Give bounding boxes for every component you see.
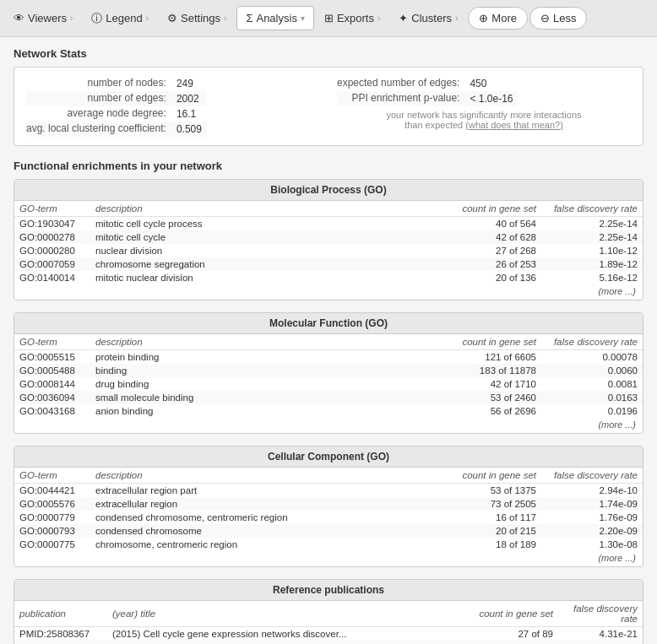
cc-col-term: GO-term	[14, 468, 90, 484]
gear-icon: ⚙	[167, 12, 177, 24]
table-row: GO:0007059 chromosome segregation 26 of …	[14, 257, 643, 271]
bp-term-3: GO:0007059	[14, 257, 90, 271]
nav-analysis[interactable]: Σ Analysis ▾	[236, 6, 313, 30]
stat-degree: average node degree: 16.1	[26, 106, 207, 122]
mf-more-link[interactable]: (more ...)	[14, 418, 643, 433]
exports-arrow: ›	[377, 14, 380, 23]
reference-publications-table: Reference publications publication (year…	[14, 579, 643, 644]
bp-fdr-0: 2.25e-14	[541, 217, 643, 231]
bp-desc-1: mitotic cell cycle	[90, 230, 448, 244]
table-row: GO:0000280 nuclear division 27 of 268 1.…	[14, 244, 643, 257]
cc-fdr-3: 2.20e-09	[541, 524, 643, 538]
mf-count-0: 121 of 6605	[448, 350, 541, 365]
cc-term-3: GO:0000793	[14, 524, 90, 538]
bp-fdr-3: 1.89e-12	[541, 257, 643, 271]
bp-header-row: GO-term description count in gene set fa…	[14, 201, 643, 217]
bp-term-4: GO:0140014	[14, 271, 90, 284]
pub-col-fdr: false discovery rate	[558, 601, 643, 627]
mf-header-row: GO-term description count in gene set fa…	[14, 334, 643, 350]
cc-more-link[interactable]: (more ...)	[14, 551, 643, 566]
bp-count-0: 40 of 564	[448, 217, 541, 231]
nav-exports[interactable]: ⊞ Exports ›	[316, 7, 388, 30]
minus-circle-icon: ⊖	[540, 12, 550, 24]
stats-note-link[interactable]: (what does that mean?)	[465, 120, 563, 130]
stats-note: your network has significantly more inte…	[337, 110, 631, 130]
bp-count-1: 42 of 628	[448, 230, 541, 244]
pub-title-0: (2015) Cell cycle gene expression networ…	[107, 627, 474, 641]
mf-term-4: GO:0043168	[14, 404, 90, 418]
cc-count-0: 53 of 1375	[448, 484, 541, 498]
table-row: GO:0000793 condensed chromosome 20 of 21…	[14, 524, 643, 538]
mf-fdr-0: 0.00078	[541, 350, 643, 365]
eye-icon: 👁	[14, 12, 24, 24]
enrichments-section-title: Functional enrichments in your network	[14, 160, 643, 172]
mf-fdr-1: 0.0060	[541, 364, 643, 377]
stat-edges: number of edges: 2002	[26, 91, 207, 106]
cc-count-1: 73 of 2505	[448, 497, 541, 511]
table-row: PMID:26292924 (2015) Large-scale RNA-Seq…	[14, 641, 643, 644]
molecular-function-header: Molecular Function (GO)	[14, 313, 643, 334]
stat-clustering: avg. local clustering coefficient: 0.509	[26, 122, 207, 137]
stats-left: number of nodes: 249 number of edges: 20…	[26, 76, 320, 137]
pub-col-pub: publication	[14, 601, 107, 627]
mf-desc-3: small molecule binding	[90, 391, 448, 404]
pub-col-title: (year) title	[107, 601, 474, 627]
pub-count-0: 27 of 89	[474, 627, 558, 641]
table-row: GO:0036094 small molecule binding 53 of …	[14, 391, 643, 404]
stat-ppi-value: < 1.0e-16	[464, 91, 518, 106]
stat-edges-label: number of edges:	[26, 91, 171, 106]
settings-arrow: ›	[224, 14, 226, 23]
nav-less[interactable]: ⊖ Less	[529, 7, 587, 30]
mf-fdr-2: 0.0081	[541, 377, 643, 391]
cc-desc-1: extracellular region	[90, 497, 448, 511]
mf-col-count: count in gene set	[448, 334, 541, 350]
cellular-component-header: Cellular Component (GO)	[14, 446, 643, 468]
mf-desc-2: drug binding	[90, 377, 448, 391]
molecular-function-table: Molecular Function (GO) GO-term descript…	[14, 312, 643, 434]
top-nav: 👁 Viewers › ⓘ Legend › ⚙ Settings › Σ An…	[0, 0, 657, 37]
bp-more-link[interactable]: (more ...)	[14, 284, 643, 300]
nav-exports-label: Exports	[337, 12, 374, 24]
pub-count-1: 24 of 66	[474, 641, 558, 644]
viewers-arrow: ›	[70, 14, 73, 23]
reference-publications-header: Reference publications	[14, 580, 643, 601]
stats-note-text: your network has significantly more inte…	[386, 110, 581, 130]
cc-desc-4: chromosome, centromeric region	[90, 538, 448, 551]
nav-settings[interactable]: ⚙ Settings ›	[159, 7, 235, 30]
bp-desc-4: mitotic nuclear division	[90, 271, 448, 284]
bp-count-4: 20 of 136	[448, 271, 541, 284]
bp-fdr-2: 1.10e-12	[541, 244, 643, 257]
mf-count-1: 183 of 11878	[448, 364, 541, 377]
nav-more[interactable]: ⊕ More	[468, 7, 528, 30]
cc-term-1: GO:0005576	[14, 497, 90, 511]
nav-legend[interactable]: ⓘ Legend ›	[83, 6, 157, 31]
mf-col-desc: description	[90, 334, 448, 350]
stat-nodes: number of nodes: 249	[26, 76, 207, 91]
pub-col-count: count in gene set	[474, 601, 558, 627]
cc-term-2: GO:0000779	[14, 511, 90, 524]
cc-desc-2: condensed chromosome, centromeric region	[90, 511, 448, 524]
main-content: Network Stats number of nodes: 249 numbe…	[0, 37, 657, 644]
nav-more-label: More	[491, 12, 517, 24]
pub-title-1: (2015) Large-scale RNA-Seq Transcriptome…	[107, 641, 474, 644]
cellular-component-table: Cellular Component (GO) GO-term descript…	[14, 446, 643, 567]
pub-fdr-1: 4.42e-20	[558, 641, 643, 644]
table-row: GO:0043168 anion binding 56 of 2696 0.01…	[14, 404, 643, 418]
info-icon: ⓘ	[91, 11, 102, 26]
bp-count-3: 26 of 253	[448, 257, 541, 271]
bp-term-2: GO:0000280	[14, 244, 90, 257]
nav-clusters[interactable]: ✦ Clusters ›	[390, 7, 466, 30]
biological-process-table: Biological Process (GO) GO-term descript…	[14, 179, 643, 300]
network-stats-box: number of nodes: 249 number of edges: 20…	[14, 67, 643, 146]
mf-term-1: GO:0005488	[14, 364, 90, 377]
table-row: GO:0005576 extracellular region 73 of 25…	[14, 497, 643, 511]
table-row: GO:0005515 protein binding 121 of 6605 0…	[14, 350, 643, 365]
mf-count-3: 53 of 2460	[448, 391, 541, 404]
table-row: GO:0000775 chromosome, centromeric regio…	[14, 538, 643, 551]
table-icon: ⊞	[324, 12, 334, 24]
bp-desc-2: nuclear division	[90, 244, 448, 257]
nav-viewers[interactable]: 👁 Viewers ›	[5, 7, 81, 30]
bp-term-1: GO:0000278	[14, 230, 90, 244]
bp-col-term: GO-term	[14, 201, 90, 217]
bp-fdr-4: 5.16e-12	[541, 271, 643, 284]
